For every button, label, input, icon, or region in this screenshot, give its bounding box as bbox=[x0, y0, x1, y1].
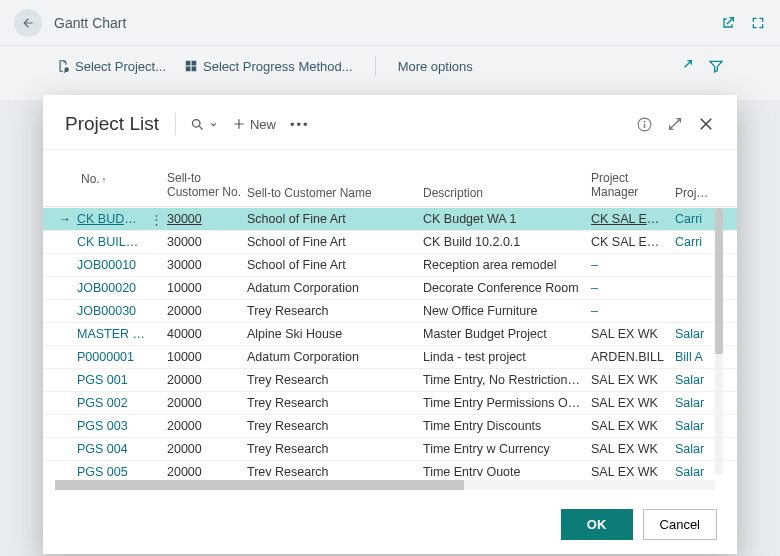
row-menu-icon[interactable]: ⋮ bbox=[149, 212, 163, 227]
cell-no[interactable]: PGS 005 bbox=[77, 465, 163, 476]
plus-icon bbox=[232, 117, 246, 131]
project-no-link[interactable]: P0000001 bbox=[77, 350, 147, 364]
cell-no[interactable]: P0000001 bbox=[77, 350, 163, 364]
project-no-link[interactable]: PGS 003 bbox=[77, 419, 147, 433]
col-no-header[interactable]: No.↑ bbox=[77, 172, 163, 200]
info-icon[interactable] bbox=[636, 116, 653, 133]
cell-project-name[interactable]: Bill A bbox=[671, 350, 713, 364]
table-row[interactable]: PGS 00520000Trey ResearchTime Entry Quot… bbox=[43, 461, 737, 476]
col-sellno-header[interactable]: Sell-to Customer No. bbox=[163, 172, 243, 200]
back-toolbar: Select Project... Select Progress Method… bbox=[0, 46, 780, 86]
cell-project-manager: SAL EX WK bbox=[587, 373, 671, 387]
close-button[interactable] bbox=[697, 115, 715, 133]
table-row[interactable]: PGS 00220000Trey ResearchTime Entry Perm… bbox=[43, 392, 737, 415]
new-button[interactable]: New bbox=[232, 117, 276, 132]
new-label: New bbox=[250, 117, 276, 132]
table-row[interactable]: CK BUILD 1...30000School of Fine ArtCK B… bbox=[43, 231, 737, 254]
cell-no[interactable]: PGS 003 bbox=[77, 419, 163, 433]
project-no-link[interactable]: CK BUDGET... bbox=[77, 212, 146, 226]
cell-no[interactable]: JOB00020 bbox=[77, 281, 163, 295]
cell-no[interactable]: MASTER B... bbox=[77, 327, 163, 341]
vertical-thumb[interactable] bbox=[715, 208, 723, 354]
cell-no[interactable]: CK BUDGET...⋮ bbox=[77, 212, 163, 227]
cell-description: Master Budget Project bbox=[419, 327, 587, 341]
project-no-link[interactable]: JOB00020 bbox=[77, 281, 147, 295]
arrow-left-icon bbox=[21, 16, 35, 30]
project-no-link[interactable]: JOB00030 bbox=[77, 304, 147, 318]
cell-no[interactable]: JOB00030 bbox=[77, 304, 163, 318]
cell-description: Linda - test project bbox=[419, 350, 587, 364]
cell-sell-to-name: School of Fine Art bbox=[243, 235, 419, 249]
cell-no[interactable]: JOB00010 bbox=[77, 258, 163, 272]
more-options-action[interactable]: More options bbox=[398, 59, 473, 74]
share-icon[interactable] bbox=[678, 58, 694, 74]
vertical-scrollbar[interactable] bbox=[715, 208, 723, 474]
cell-project-name[interactable]: Salar bbox=[671, 327, 713, 341]
table-row[interactable]: JOB0003020000Trey ResearchNew Office Fur… bbox=[43, 300, 737, 323]
col-desc-header[interactable]: Description bbox=[419, 186, 587, 200]
cell-sell-to-no: 20000 bbox=[163, 442, 243, 456]
project-no-link[interactable]: PGS 002 bbox=[77, 396, 147, 410]
back-button[interactable] bbox=[14, 9, 42, 37]
cell-sell-to-name: Trey Research bbox=[243, 396, 419, 410]
more-menu[interactable]: ••• bbox=[290, 117, 310, 132]
col-pm-l2: Manager bbox=[591, 186, 667, 200]
cell-project-manager: SAL EX WK bbox=[587, 327, 671, 341]
filter-icon[interactable] bbox=[708, 58, 724, 74]
popout-icon[interactable] bbox=[720, 15, 736, 31]
cell-no[interactable]: PGS 001 bbox=[77, 373, 163, 387]
table-row[interactable]: PGS 00320000Trey ResearchTime Entry Disc… bbox=[43, 415, 737, 438]
table-row[interactable]: JOB0001030000School of Fine ArtReception… bbox=[43, 254, 737, 277]
col-pm-header[interactable]: Project Manager bbox=[587, 172, 671, 200]
col-no-label: No. bbox=[81, 172, 100, 186]
table-row[interactable]: JOB0002010000Adatum CorporationDecorate … bbox=[43, 277, 737, 300]
maximize-icon[interactable] bbox=[667, 116, 683, 132]
project-no-link[interactable]: PGS 001 bbox=[77, 373, 147, 387]
table-row[interactable]: PGS 00420000Trey ResearchTime Entry w Cu… bbox=[43, 438, 737, 461]
cancel-button[interactable]: Cancel bbox=[643, 509, 717, 540]
cell-project-name[interactable]: Salar bbox=[671, 396, 713, 410]
table-row[interactable]: →CK BUDGET...⋮30000School of Fine ArtCK … bbox=[43, 208, 737, 231]
project-no-link[interactable]: PGS 005 bbox=[77, 465, 147, 476]
search-icon bbox=[190, 117, 205, 132]
cell-project-name[interactable]: Carri bbox=[671, 212, 713, 226]
select-project-action[interactable]: Select Project... bbox=[56, 59, 166, 74]
expand-icon[interactable] bbox=[750, 15, 766, 31]
cell-description: Time Entry Discounts bbox=[419, 419, 587, 433]
cell-no[interactable]: PGS 004 bbox=[77, 442, 163, 456]
horizontal-thumb[interactable] bbox=[55, 480, 464, 490]
cell-sell-to-no: 20000 bbox=[163, 396, 243, 410]
search-button[interactable] bbox=[190, 117, 218, 132]
svg-rect-3 bbox=[644, 123, 645, 127]
col-sellname-header[interactable]: Sell-to Customer Name bbox=[243, 186, 419, 200]
cell-project-name[interactable]: Salar bbox=[671, 442, 713, 456]
cell-project-manager: ARDEN.BILL bbox=[587, 350, 671, 364]
cell-project-manager: SAL EX WK bbox=[587, 396, 671, 410]
project-no-link[interactable]: JOB00010 bbox=[77, 258, 147, 272]
table-row[interactable]: P000000110000Adatum CorporationLinda - t… bbox=[43, 346, 737, 369]
project-no-link[interactable]: CK BUILD 1... bbox=[77, 235, 147, 249]
ok-button[interactable]: OK bbox=[561, 509, 633, 540]
cell-project-name[interactable]: Salar bbox=[671, 419, 713, 433]
cell-sell-to-name: Trey Research bbox=[243, 442, 419, 456]
cell-project-name[interactable]: Salar bbox=[671, 465, 713, 476]
modal-footer: OK Cancel bbox=[43, 494, 737, 554]
modal-title: Project List bbox=[65, 113, 176, 135]
table-row[interactable]: MASTER B...40000Alpine Ski HouseMaster B… bbox=[43, 323, 737, 346]
cell-sell-to-name: School of Fine Art bbox=[243, 258, 419, 272]
horizontal-scrollbar[interactable] bbox=[55, 480, 715, 490]
cell-no[interactable]: CK BUILD 1... bbox=[77, 235, 163, 249]
select-progress-action[interactable]: Select Progress Method... bbox=[184, 59, 353, 74]
project-no-link[interactable]: PGS 004 bbox=[77, 442, 147, 456]
cell-project-manager: – bbox=[587, 304, 671, 318]
cell-project-manager: CK SAL EX WK bbox=[587, 212, 671, 226]
cell-no[interactable]: PGS 002 bbox=[77, 396, 163, 410]
cell-sell-to-no: 20000 bbox=[163, 465, 243, 476]
cell-project-name[interactable]: Salar bbox=[671, 373, 713, 387]
cell-description: CK Build 10.2.0.1 bbox=[419, 235, 587, 249]
cell-sell-to-name: Alpine Ski House bbox=[243, 327, 419, 341]
project-no-link[interactable]: MASTER B... bbox=[77, 327, 147, 341]
cell-project-name[interactable]: Carri bbox=[671, 235, 713, 249]
table-row[interactable]: PGS 00120000Trey ResearchTime Entry, No … bbox=[43, 369, 737, 392]
col-pname-header[interactable]: Project N bbox=[671, 186, 713, 200]
